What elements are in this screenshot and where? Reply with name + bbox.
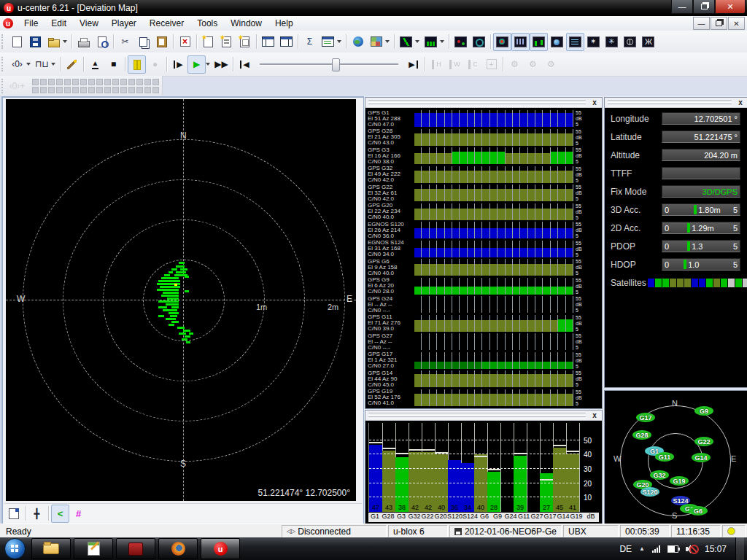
paste-button[interactable] — [152, 33, 171, 51]
message-view-dropdown-icon[interactable] — [337, 40, 341, 43]
data-close-icon[interactable]: x — [735, 98, 746, 106]
save-button[interactable] — [26, 33, 44, 51]
temp-hot-button[interactable]: H — [427, 55, 446, 74]
taskbar-clock[interactable]: 15:07 — [705, 544, 727, 554]
playback-slider[interactable] — [260, 57, 398, 71]
mdi-minimize-button[interactable]: — — [693, 17, 710, 30]
battery-icon[interactable] — [667, 545, 678, 553]
earth-view-button[interactable] — [548, 33, 566, 51]
map-view-dropdown-icon[interactable] — [385, 40, 390, 43]
print-button[interactable] — [74, 33, 93, 51]
restore-button[interactable] — [693, 0, 715, 14]
menu-edit[interactable]: Edit — [44, 17, 73, 30]
language-indicator[interactable]: DE — [619, 544, 632, 554]
hidden-icons-chevron[interactable]: ▲ — [639, 545, 645, 552]
marker-add-button[interactable]: + — [482, 55, 500, 74]
jump-end-button[interactable]: ▶ — [404, 55, 422, 74]
play-dropdown-icon[interactable] — [206, 63, 210, 66]
network-icon[interactable] — [652, 545, 660, 553]
line-chart-button[interactable] — [397, 33, 415, 51]
taskbar-app-ucenter[interactable]: u — [201, 538, 240, 559]
text-console-button[interactable] — [566, 33, 584, 51]
close-button[interactable]: ✕ — [715, 0, 746, 14]
histogram-view-button[interactable] — [530, 33, 548, 51]
history-panel-grip[interactable]: x — [365, 98, 602, 108]
menu-receiver[interactable]: Receiver — [143, 17, 190, 30]
layout-left-button[interactable] — [259, 33, 277, 51]
level-panel-grip[interactable]: x — [365, 411, 602, 421]
binary-console-dropdown-icon[interactable] — [26, 63, 31, 66]
menu-window[interactable]: Window — [224, 17, 268, 30]
step-forward-button[interactable]: ▶ — [169, 55, 187, 74]
config-wand-button[interactable] — [63, 55, 81, 74]
mdi-close-button[interactable]: ✕ — [728, 17, 745, 30]
sky-view-button[interactable] — [493, 33, 511, 51]
temp-warm-button[interactable]: W — [446, 55, 464, 74]
stop-button[interactable]: ■ — [104, 55, 123, 74]
bar-chart-dropdown-icon[interactable] — [440, 40, 444, 43]
line-chart-dropdown-icon[interactable] — [415, 40, 419, 43]
show-desktop-button[interactable] — [735, 537, 744, 560]
clear-delete-button[interactable]: × — [176, 33, 194, 51]
google-earth-button[interactable] — [349, 33, 367, 51]
sum-sigma-button[interactable]: Σ — [301, 33, 319, 51]
menu-help[interactable]: Help — [268, 17, 300, 30]
cut-button[interactable]: ✂ — [116, 33, 134, 51]
msg-wizard-button[interactable]: ‹0›+ — [8, 77, 26, 95]
menu-tools[interactable]: Tools — [190, 17, 224, 30]
deviation-map-plot[interactable]: NSWE1m2m51.221474° 12.702500° — [6, 99, 356, 501]
taskbar-app-firefox[interactable] — [158, 538, 198, 559]
gear-stop-button[interactable]: ⚙ — [542, 55, 560, 74]
gear-pause-button[interactable]: ⚙ — [524, 55, 542, 74]
copy-button[interactable] — [134, 33, 152, 51]
volume-muted-icon[interactable] — [686, 544, 697, 554]
jump-start-button[interactable]: ◀ — [236, 55, 254, 74]
antenna-view-button[interactable] — [639, 33, 657, 51]
taskbar-app-explorer[interactable] — [31, 538, 71, 559]
new-log-date-button[interactable] — [217, 33, 236, 51]
start-button[interactable] — [4, 538, 26, 559]
grid-button[interactable]: # — [69, 505, 88, 523]
gear-run-button[interactable]: ⚙ — [506, 55, 524, 74]
title-bar[interactable]: u u-center 6.21 - [Deviation Map] — ✕ — [0, 0, 747, 16]
map-view-button[interactable] — [367, 33, 385, 51]
track-map-button[interactable] — [452, 33, 470, 51]
layout-right-button[interactable] — [277, 33, 295, 51]
pause-button[interactable] — [128, 55, 146, 74]
menu-file[interactable]: File — [18, 17, 44, 30]
minimize-button[interactable]: — — [671, 0, 693, 14]
taskbar-app-notepad[interactable] — [74, 538, 113, 559]
mdi-restore-button[interactable] — [711, 17, 727, 30]
eject-button[interactable]: ▲ — [86, 55, 104, 74]
wave-console-dropdown-icon[interactable] — [51, 63, 55, 66]
compass-rose-button[interactable] — [470, 33, 488, 51]
open-folder-button[interactable] — [44, 33, 63, 51]
clock-view-button[interactable] — [621, 33, 639, 51]
trace-button[interactable]: < — [51, 505, 69, 523]
bar-chart-button[interactable] — [422, 33, 440, 51]
document-icon[interactable]: u — [3, 18, 13, 28]
new-file-button[interactable] — [8, 33, 26, 51]
fast-forward-button[interactable]: ▶▶ — [212, 55, 231, 74]
data-panel-grip[interactable]: x — [605, 98, 747, 108]
snow-console-button[interactable] — [603, 33, 621, 51]
packet-view-button[interactable] — [511, 33, 530, 51]
record-button[interactable]: ● — [146, 55, 164, 74]
properties-button[interactable] — [4, 505, 23, 523]
pan-button[interactable]: ╋ — [28, 505, 46, 523]
menu-player[interactable]: Player — [105, 17, 143, 30]
history-close-icon[interactable]: x — [589, 98, 600, 106]
new-log-star-button[interactable] — [199, 33, 217, 51]
temp-cold-button[interactable]: C — [464, 55, 482, 74]
play-button[interactable]: ▶ — [187, 55, 206, 74]
wave-console-button[interactable]: ⊓⊔ — [33, 55, 51, 74]
level-close-icon[interactable]: x — [589, 411, 600, 419]
open-folder-dropdown-icon[interactable] — [63, 40, 67, 43]
binary-console-button[interactable]: ‹0› — [8, 55, 26, 74]
new-log-list-button[interactable] — [236, 33, 254, 51]
message-view-button[interactable] — [319, 33, 337, 51]
menu-view[interactable]: View — [73, 17, 105, 30]
taskbar-app-media[interactable] — [116, 538, 155, 559]
print-preview-button[interactable] — [93, 33, 111, 51]
statistic-view-button[interactable] — [584, 33, 603, 51]
